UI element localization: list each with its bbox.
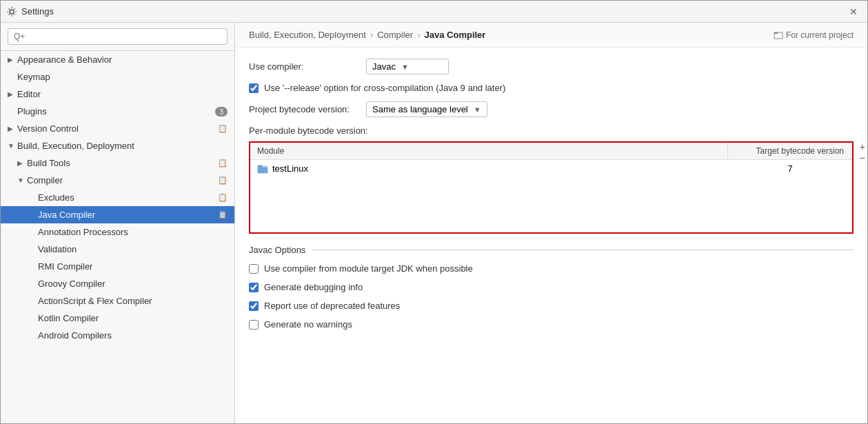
compiler-dropdown[interactable]: Javac ▼	[366, 59, 449, 74]
use-compiler-row: Use compiler: Javac ▼	[249, 59, 854, 74]
table-cell-module: testLinux	[250, 160, 728, 177]
sidebar-tree: ▶Appearance & BehaviorKeymap▶EditorPlugi…	[1, 51, 234, 423]
release-option-row: Use '--release' option for cross-compila…	[249, 83, 854, 93]
table-empty-space	[250, 177, 852, 232]
search-input[interactable]	[8, 28, 228, 45]
sidebar-item-label: Version Control	[17, 123, 215, 134]
sidebar-item-label: Validation	[38, 244, 228, 254]
javac-options-divider: Javac Options	[249, 245, 854, 255]
javac-option-label: Use compiler from module target JDK when…	[264, 263, 473, 274]
sidebar-item-annotation-processors[interactable]: Annotation Processors	[1, 223, 234, 241]
sidebar-item-label: Appearance & Behavior	[17, 54, 228, 65]
sidebar-item-build-tools[interactable]: ▶Build Tools📋	[1, 154, 234, 172]
remove-module-button[interactable]: −	[859, 152, 866, 163]
copy-icon: 📋	[218, 193, 228, 202]
breadcrumb: Build, Execution, Deployment › Compiler …	[249, 30, 485, 40]
release-option-checkbox[interactable]	[249, 83, 259, 93]
release-option-label: Use '--release' option for cross-compila…	[264, 83, 505, 93]
use-compiler-label: Use compiler:	[249, 61, 359, 72]
title-bar-left: Settings	[6, 6, 54, 17]
sidebar-item-label: ActionScript & Flex Compiler	[38, 296, 228, 306]
title-bar: Settings ✕	[1, 1, 867, 23]
arrow-icon: ▼	[8, 142, 17, 150]
arrow-icon: ▼	[17, 176, 27, 184]
sidebar-item-rmi-compiler[interactable]: RMI Compiler	[1, 258, 234, 275]
badge: 3	[215, 107, 228, 117]
project-bytecode-label: Project bytecode version:	[249, 104, 359, 114]
compiler-value: Javac	[372, 61, 396, 72]
javac-option-label: Generate debugging info	[264, 282, 363, 292]
sidebar-item-kotlin-compiler[interactable]: Kotlin Compiler	[1, 310, 234, 327]
arrow-icon: ▶	[8, 90, 17, 98]
svg-rect-2	[774, 32, 778, 34]
table-row[interactable]: testLinux7	[250, 160, 852, 177]
javac-option-checkbox[interactable]	[249, 301, 259, 311]
sidebar-item-groovy-compiler[interactable]: Groovy Compiler	[1, 275, 234, 292]
table-header: Module Target bytecode version	[250, 143, 852, 160]
copy-icon: 📋	[218, 159, 228, 168]
javac-option-label: Generate no warnings	[264, 319, 352, 330]
javac-option-checkbox[interactable]	[249, 264, 259, 274]
breadcrumb-sep2: ›	[417, 30, 420, 40]
folder-icon	[257, 164, 268, 174]
sidebar-item-validation[interactable]: Validation	[1, 241, 234, 258]
module-table: Module Target bytecode version testLinux…	[249, 141, 854, 234]
settings-body: Use compiler: Javac ▼ Use '--release' op…	[235, 48, 867, 423]
breadcrumb-part1: Build, Execution, Deployment	[249, 30, 366, 40]
sidebar-item-actionscript-compiler[interactable]: ActionScript & Flex Compiler	[1, 292, 234, 310]
for-project-label: For current project	[786, 30, 854, 40]
add-module-button[interactable]: +	[859, 141, 866, 152]
breadcrumb-current: Java Compiler	[425, 30, 486, 40]
settings-window: Settings ✕ ▶Appearance & BehaviorKeymap▶…	[0, 0, 868, 424]
sidebar-item-android-compilers[interactable]: Android Compilers	[1, 327, 234, 344]
sidebar-item-label: Editor	[17, 89, 228, 99]
javac-option-checkbox[interactable]	[249, 283, 259, 292]
col-version-header: Target bytecode version	[728, 143, 852, 159]
javac-option-row: Use compiler from module target JDK when…	[249, 263, 854, 274]
content-area: ▶Appearance & BehaviorKeymap▶EditorPlugi…	[1, 23, 867, 423]
sidebar-item-excludes[interactable]: Excludes📋	[1, 189, 234, 206]
breadcrumb-bar: Build, Execution, Deployment › Compiler …	[235, 23, 867, 48]
arrow-icon: ▶	[17, 159, 27, 167]
javac-option-label: Report use of deprecated features	[264, 301, 400, 311]
javac-option-row: Report use of deprecated features	[249, 301, 854, 311]
sidebar-item-version-control[interactable]: ▶Version Control📋	[1, 120, 234, 137]
copy-icon: 📋	[218, 210, 228, 219]
sidebar-item-compiler[interactable]: ▼Compiler📋	[1, 172, 234, 189]
copy-icon: 📋	[218, 124, 228, 133]
add-remove-buttons: + −	[859, 141, 866, 163]
bytecode-version-value: Same as language level	[372, 104, 468, 114]
javac-option-row: Generate no warnings	[249, 319, 854, 330]
sidebar-item-label: Annotation Processors	[38, 227, 228, 237]
copy-icon: 📋	[218, 176, 228, 185]
arrow-icon: ▶	[8, 56, 17, 63]
chevron-down-icon: ▼	[401, 63, 409, 71]
sidebar-item-java-compiler[interactable]: Java Compiler📋	[1, 206, 234, 223]
divider-line	[312, 250, 854, 250]
sidebar-item-plugins[interactable]: Plugins3	[1, 103, 234, 120]
per-module-label: Per-module bytecode version:	[249, 125, 854, 136]
sidebar-item-build-exec-deploy[interactable]: ▼Build, Execution, Deployment	[1, 137, 234, 154]
project-icon	[774, 30, 783, 40]
sidebar-item-appearance[interactable]: ▶Appearance & Behavior	[1, 51, 234, 68]
sidebar-item-label: Compiler	[27, 175, 215, 185]
bytecode-version-dropdown[interactable]: Same as language level ▼	[366, 101, 487, 117]
sidebar: ▶Appearance & BehaviorKeymap▶EditorPlugi…	[1, 23, 235, 423]
project-bytecode-row: Project bytecode version: Same as langua…	[249, 101, 854, 117]
sidebar-item-label: Build, Execution, Deployment	[17, 141, 228, 151]
sidebar-item-keymap[interactable]: Keymap	[1, 68, 234, 85]
breadcrumb-part2: Compiler	[377, 30, 413, 40]
sidebar-item-label: Groovy Compiler	[38, 279, 228, 289]
settings-icon	[6, 6, 17, 17]
svg-point-0	[10, 10, 14, 14]
sidebar-item-label: Android Compilers	[38, 330, 228, 341]
for-current-project-button[interactable]: For current project	[774, 30, 854, 40]
javac-option-checkbox[interactable]	[249, 320, 259, 330]
module-name: testLinux	[272, 163, 308, 174]
sidebar-item-label: Java Compiler	[38, 210, 215, 220]
col-module-header: Module	[250, 143, 728, 159]
close-button[interactable]: ✕	[845, 5, 862, 19]
javac-options-label: Javac Options	[249, 245, 305, 255]
sidebar-item-editor[interactable]: ▶Editor	[1, 85, 234, 103]
search-box	[1, 23, 234, 51]
